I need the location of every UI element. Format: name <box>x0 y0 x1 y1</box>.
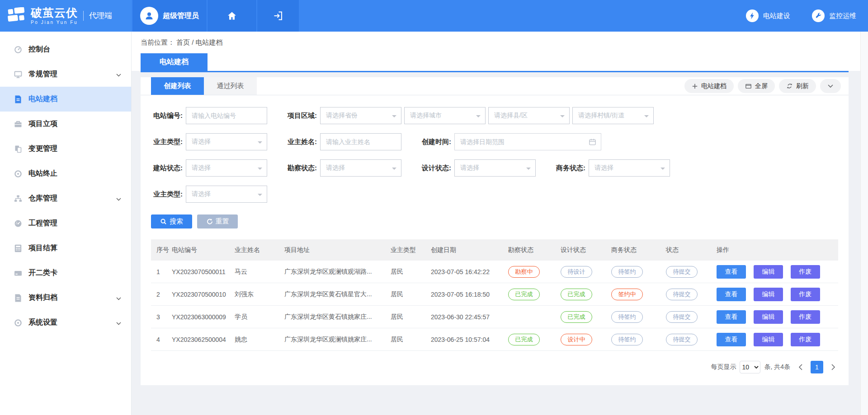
sidebar-item-project-settlement[interactable]: 项目结算 <box>0 236 131 261</box>
panel-header: 创建列表 通过列表 电站建档 全屏 <box>141 77 849 95</box>
main-area: 当前位置： 首页 / 电站建档 电站建档 创建列表 通过列表 <box>132 32 868 415</box>
fullscreen-button[interactable]: 全屏 <box>738 79 775 93</box>
void-button[interactable]: 作废 <box>791 310 820 324</box>
chevron-down-icon <box>828 84 833 88</box>
home-icon <box>226 10 237 21</box>
quick-nav-build[interactable]: 电站建设 <box>746 9 790 22</box>
void-button[interactable]: 作废 <box>791 288 820 301</box>
owner-name-input[interactable] <box>321 138 401 145</box>
page-number-button[interactable]: 1 <box>811 361 823 373</box>
tab-create-list[interactable]: 创建列表 <box>151 77 204 95</box>
dashboard-icon <box>14 46 23 54</box>
sidebar-item-warehouse-mgmt[interactable]: 仓库管理 <box>0 186 131 211</box>
view-button[interactable]: 查看 <box>717 333 746 346</box>
owner-name-label: 业主姓名: <box>285 138 317 146</box>
top-quick-nav: 电站建设 监控运维 <box>746 0 868 32</box>
status-badge: 待提交 <box>666 311 698 323</box>
province-select[interactable]: 请选择省份 <box>320 107 401 124</box>
status-badge: 待签约 <box>611 334 643 345</box>
per-page-label: 每页显示 <box>711 363 736 371</box>
scrollbar[interactable] <box>860 32 868 415</box>
chevron-down-icon <box>116 70 121 79</box>
logout-icon <box>273 10 283 21</box>
design-status-select[interactable]: 请选择 <box>454 159 536 177</box>
brand-subtitle: Po Jian Yun Fu <box>31 20 78 25</box>
breadcrumb-label: 当前位置： <box>141 38 175 47</box>
edit-button[interactable]: 编辑 <box>754 288 783 301</box>
tab-passed-list[interactable]: 通过列表 <box>204 77 257 95</box>
design-status-label: 设计状态: <box>420 164 451 173</box>
table-row: 3 YX2023063000009 学员 广东深圳龙华区黄石镇姚家庄... 居民… <box>151 306 838 328</box>
lightning-icon <box>746 9 759 22</box>
district-select[interactable]: 请选择县/区 <box>488 107 570 124</box>
view-button[interactable]: 查看 <box>717 288 746 301</box>
breadcrumb-path[interactable]: 首页 / 电站建档 <box>176 38 223 47</box>
sidebar-item-station-termination[interactable]: 电站终止 <box>0 161 131 186</box>
record-icon <box>14 170 23 178</box>
edit-button[interactable]: 编辑 <box>754 265 783 279</box>
owner-type2-label: 业主类型: <box>151 190 183 199</box>
card-icon <box>14 269 23 277</box>
status-badge: 待提交 <box>666 289 698 300</box>
owner-type2-select[interactable]: 请选择 <box>186 186 267 203</box>
build-status-select[interactable]: 请选择 <box>186 159 267 177</box>
add-station-button[interactable]: 电站建档 <box>684 79 734 93</box>
user-menu[interactable]: 超级管理员 <box>132 0 207 32</box>
station-code-input[interactable] <box>186 112 267 119</box>
status-badge: 勘察中 <box>508 266 540 278</box>
page-tab-row: 电站建档 <box>132 53 868 71</box>
page-tab-station-filing[interactable]: 电站建档 <box>141 53 208 71</box>
home-button[interactable] <box>208 0 256 32</box>
sidebar-item-change-mgmt[interactable]: 变更管理 <box>0 136 131 161</box>
edit-button[interactable]: 编辑 <box>754 333 783 346</box>
business-status-select[interactable]: 请选择 <box>589 159 670 177</box>
view-button[interactable]: 查看 <box>717 310 746 324</box>
status-badge: 已完成 <box>508 289 540 300</box>
sidebar-item-class2-card[interactable]: 开二类卡 <box>0 261 131 285</box>
gauge-icon <box>14 219 23 228</box>
per-page-select[interactable]: 10 <box>740 361 760 373</box>
logout-button[interactable] <box>257 0 299 32</box>
prev-page-button[interactable] <box>796 364 805 370</box>
date-range-input[interactable] <box>455 138 589 145</box>
settings-icon <box>14 319 23 327</box>
calendar-icon <box>589 138 596 146</box>
sidebar-item-general-mgmt[interactable]: 常规管理 <box>0 62 131 87</box>
void-button[interactable]: 作废 <box>791 333 820 346</box>
station-code-input-wrap <box>186 107 267 124</box>
business-status-label: 商务状态: <box>554 164 585 173</box>
wrench-icon <box>812 9 825 22</box>
owner-type-select[interactable]: 请选择 <box>186 133 267 150</box>
chevron-right-icon <box>831 364 835 370</box>
quick-nav-monitor-label: 监控运维 <box>829 12 856 20</box>
sidebar-item-project-initiation[interactable]: 项目立项 <box>0 112 131 136</box>
sitemap-icon <box>14 195 23 203</box>
quick-nav-monitor[interactable]: 监控运维 <box>812 9 856 22</box>
town-select[interactable]: 请选择村镇/街道 <box>572 107 654 124</box>
edit-button[interactable]: 编辑 <box>754 310 783 324</box>
status-badge: 设计中 <box>561 334 592 345</box>
next-page-button[interactable] <box>829 364 838 370</box>
void-button[interactable]: 作废 <box>791 265 820 279</box>
refresh-button[interactable]: 刷新 <box>779 79 816 93</box>
date-range-picker[interactable] <box>454 133 601 150</box>
view-button[interactable]: 查看 <box>717 265 746 279</box>
total-count-label: 条, 共4条 <box>764 363 790 371</box>
content-area: 创建列表 通过列表 电站建档 全屏 <box>132 72 868 415</box>
sidebar-item-system-settings[interactable]: 系统设置 <box>0 310 131 335</box>
sidebar-item-console[interactable]: 控制台 <box>0 37 131 62</box>
city-select[interactable]: 请选择城市 <box>404 107 486 124</box>
sidebar-item-data-archive[interactable]: 资料归档 <box>0 285 131 310</box>
sidebar-item-engineering-mgmt[interactable]: 工程管理 <box>0 211 131 236</box>
briefcase-icon <box>14 120 23 128</box>
survey-status-select[interactable]: 请选择 <box>320 159 401 177</box>
archive-icon <box>14 294 23 302</box>
collapse-toolbar-button[interactable] <box>820 79 841 93</box>
status-badge: 已完成 <box>561 289 592 300</box>
search-button[interactable]: 搜索 <box>151 214 192 228</box>
brand-block: 破茧云伏 Po Jian Yun Fu 代理端 <box>0 0 132 32</box>
sidebar-item-station-filing[interactable]: 电站建档 <box>0 87 131 112</box>
brand-text: 破茧云伏 Po Jian Yun Fu <box>31 7 78 25</box>
reset-button[interactable]: 重置 <box>197 214 238 228</box>
panel-toolbar: 电站建档 全屏 刷新 <box>680 77 849 95</box>
